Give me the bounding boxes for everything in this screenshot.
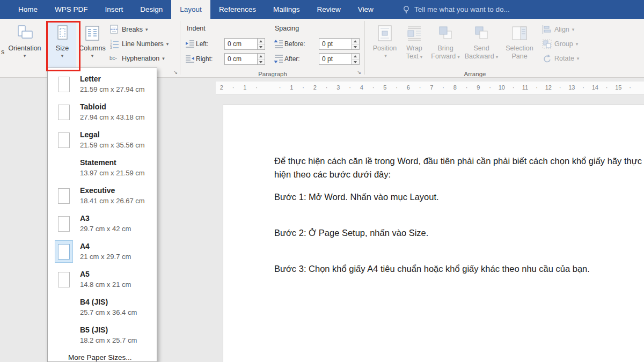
tab-label: Layout — [180, 5, 202, 13]
orientation-icon — [16, 24, 34, 43]
document-paragraph[interactable]: Bước 3: Chọn khổ giấy A4 tiêu chuẩn hoặc… — [274, 262, 643, 276]
paper-size-option[interactable]: Letter 21.59 cm x 27.94 cm — [48, 70, 157, 98]
paper-preview-icon — [55, 324, 72, 346]
selection-pane-button[interactable]: Selection Pane — [502, 21, 537, 71]
ribbon-tab[interactable]: View — [349, 0, 382, 19]
ruler-mark: · — [508, 82, 519, 94]
tell-me-placeholder: Tell me what you want to do... — [414, 5, 510, 13]
page-size-icon — [53, 24, 71, 43]
document-paragraph[interactable]: Bước 2: Ở Page Setup, nhấn vào Size. — [274, 226, 643, 240]
stepper-up-icon[interactable] — [258, 54, 265, 59]
ribbon-tab[interactable]: WPS PDF — [46, 0, 97, 19]
paper-preview-icon — [55, 185, 72, 206]
breaks-button[interactable]: Breaks ▾ — [109, 23, 148, 36]
svg-text:bc-: bc- — [109, 55, 117, 61]
paper-size-option[interactable]: B4 (JIS) 25.7 cm x 36.4 cm — [48, 293, 157, 321]
ruler-mark: 6 — [402, 82, 414, 94]
paper-preview-icon — [55, 213, 72, 234]
spacing-before-input[interactable] — [319, 38, 352, 50]
paper-size-option[interactable]: A3 29.7 cm x 42 cm — [48, 210, 157, 238]
dropdown-arrow-icon: ▾ — [457, 55, 460, 60]
bring-forward-button[interactable]: Bring Forward▾ — [429, 21, 462, 71]
stepper-up-icon[interactable] — [352, 54, 359, 59]
spacing-after-input[interactable] — [319, 53, 352, 65]
ruler-mark: 9 — [473, 82, 485, 94]
stepper-down-icon[interactable] — [352, 44, 359, 50]
ruler-mark: · — [321, 82, 333, 94]
spacing-after-icon — [274, 54, 283, 64]
dropdown-arrow-icon: ▾ — [61, 54, 64, 58]
more-paper-sizes-item[interactable]: More Paper Sizes... — [48, 349, 157, 361]
ruler-mark: · — [437, 82, 449, 94]
dropdown-arrow-icon: ▾ — [420, 55, 423, 60]
document-paragraph[interactable]: Bước 1: Mở Word. Nhấn vào mục Layout. — [274, 190, 643, 204]
tell-me-box[interactable]: Tell me what you want to do... — [402, 0, 510, 19]
ruler-mark: 12 — [543, 82, 554, 94]
ruler-mark: · — [554, 82, 566, 94]
ribbon-tab[interactable]: Insert — [97, 0, 132, 19]
ruler-mark: · — [461, 82, 473, 94]
paper-size-option[interactable]: Statement 13.97 cm x 21.59 cm — [48, 154, 157, 182]
ribbon-tab[interactable]: Review — [308, 0, 349, 19]
document-paragraph[interactable]: Để thực hiện cách căn lề trong Word, đầu… — [274, 154, 643, 181]
page-setup-dialog-launcher[interactable]: ↘ — [172, 69, 179, 76]
paper-size-option[interactable]: Tabloid 27.94 cm x 43.18 cm — [48, 98, 157, 126]
ruler-mark: · — [251, 82, 262, 94]
page-break-icon — [109, 25, 119, 34]
ribbon-tab[interactable]: Mailings — [265, 0, 309, 19]
paper-size-option[interactable]: A5 14.8 cm x 21 cm — [48, 265, 157, 293]
indent-left-input[interactable] — [224, 38, 258, 50]
stepper-down-icon[interactable] — [258, 44, 265, 50]
paper-size-name: B5 (JIS) — [80, 325, 137, 335]
rotate-button[interactable]: Rotate ▾ — [542, 52, 579, 65]
align-button[interactable]: Align ▾ — [542, 23, 574, 36]
orientation-button[interactable]: Orientation ▾ — [4, 21, 45, 71]
hyphenation-button[interactable]: bc- Hyphenation ▾ — [109, 52, 165, 65]
ruler-mark: 8 — [449, 82, 461, 94]
paper-size-option[interactable]: B5 (JIS) 18.2 cm x 25.7 cm — [48, 321, 157, 349]
stepper-down-icon[interactable] — [258, 59, 265, 65]
paragraph-dialog-launcher[interactable]: ↘ — [355, 69, 363, 76]
ribbon-tab[interactable]: Home — [10, 0, 46, 19]
paper-preview-icon — [55, 101, 72, 123]
tab-label: Design — [140, 5, 163, 13]
rotate-icon — [542, 54, 552, 63]
paper-size-option[interactable]: Executive 18.41 cm x 26.67 cm — [48, 182, 157, 210]
indent-right-input[interactable] — [224, 53, 258, 65]
paper-size-dimensions: 21.59 cm x 35.56 cm — [80, 141, 145, 150]
indent-right-stepper[interactable] — [258, 53, 265, 65]
spacing-before-stepper[interactable] — [352, 38, 360, 50]
tab-label: Insert — [105, 5, 123, 13]
paper-size-dimensions: 27.94 cm x 43.18 cm — [80, 113, 145, 122]
ruler-mark — [262, 82, 274, 94]
line-numbers-button[interactable]: 123 Line Numbers ▾ — [109, 38, 169, 50]
position-button[interactable]: Position ▾ — [370, 21, 399, 71]
stepper-up-icon[interactable] — [258, 39, 265, 44]
ribbon-tab[interactable]: Design — [131, 0, 171, 19]
spacing-after-stepper[interactable] — [352, 53, 360, 65]
ribbon-tab[interactable]: Layout — [171, 0, 210, 19]
stepper-down-icon[interactable] — [352, 59, 359, 65]
wrap-text-button[interactable]: Wrap Text▾ — [401, 21, 427, 71]
document-page[interactable]: Để thực hiện cách căn lề trong Word, đầu… — [223, 105, 644, 362]
bring-forward-icon — [436, 24, 455, 43]
tab-label: WPS PDF — [55, 5, 88, 13]
size-button[interactable]: Size ▾ — [48, 21, 76, 71]
tab-label: Home — [18, 5, 38, 13]
ribbon-tab[interactable]: References — [210, 0, 265, 19]
columns-button[interactable]: Columns ▾ — [78, 21, 106, 71]
paper-size-name: A5 — [80, 269, 131, 279]
document-text[interactable]: Để thực hiện cách căn lề trong Word, đầu… — [274, 154, 643, 298]
ruler-mark: 3 — [333, 82, 345, 94]
group-button[interactable]: Group ▾ — [542, 38, 578, 50]
tab-label: View — [358, 5, 374, 13]
send-backward-button[interactable]: Send Backward▾ — [464, 21, 499, 71]
paper-size-option[interactable]: Legal 21.59 cm x 35.56 cm — [48, 126, 157, 154]
group-objects-icon — [542, 39, 552, 49]
paper-preview-icon — [55, 269, 72, 290]
indent-right-icon — [185, 54, 195, 64]
indent-left-stepper[interactable] — [258, 38, 265, 50]
paper-size-option[interactable]: A4 21 cm x 29.7 cm — [48, 238, 157, 265]
paper-preview-icon — [55, 297, 72, 318]
stepper-up-icon[interactable] — [352, 39, 359, 44]
